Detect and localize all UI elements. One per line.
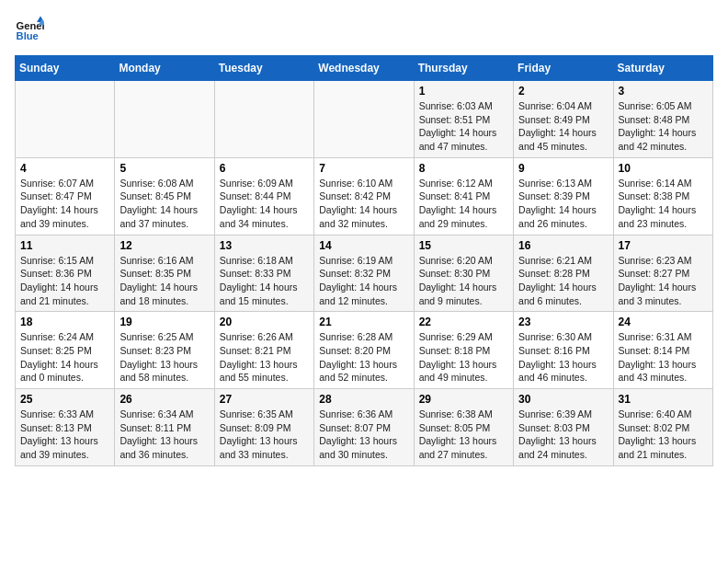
day-info-22: Sunrise: 6:29 AM Sunset: 8:18 PM Dayligh…	[419, 330, 508, 385]
day-info-11: Sunrise: 6:15 AM Sunset: 8:36 PM Dayligh…	[20, 254, 109, 308]
day-cell-16: 16Sunrise: 6:21 AM Sunset: 8:28 PM Dayli…	[514, 235, 613, 312]
day-info-14: Sunrise: 6:19 AM Sunset: 8:32 PM Dayligh…	[319, 254, 408, 308]
day-number-1: 1	[419, 85, 508, 98]
week-row-2: 4Sunrise: 6:07 AM Sunset: 8:47 PM Daylig…	[16, 157, 713, 235]
calendar-body: 1Sunrise: 6:03 AM Sunset: 8:51 PM Daylig…	[16, 81, 713, 466]
day-info-7: Sunrise: 6:10 AM Sunset: 8:42 PM Dayligh…	[319, 177, 408, 231]
day-info-28: Sunrise: 6:36 AM Sunset: 8:07 PM Dayligh…	[319, 408, 408, 462]
day-number-29: 29	[419, 393, 508, 406]
day-cell-29: 29Sunrise: 6:38 AM Sunset: 8:05 PM Dayli…	[414, 389, 513, 466]
day-number-13: 13	[220, 239, 309, 252]
day-cell-10: 10Sunrise: 6:14 AM Sunset: 8:38 PM Dayli…	[613, 157, 712, 235]
day-cell-9: 9Sunrise: 6:13 AM Sunset: 8:39 PM Daylig…	[514, 157, 613, 235]
day-cell-8: 8Sunrise: 6:12 AM Sunset: 8:41 PM Daylig…	[414, 157, 513, 235]
day-number-16: 16	[518, 239, 608, 252]
day-cell-2: 2Sunrise: 6:04 AM Sunset: 8:49 PM Daylig…	[514, 81, 613, 158]
day-cell-15: 15Sunrise: 6:20 AM Sunset: 8:30 PM Dayli…	[414, 235, 513, 312]
week-row-4: 18Sunrise: 6:24 AM Sunset: 8:25 PM Dayli…	[16, 312, 713, 389]
day-info-18: Sunrise: 6:24 AM Sunset: 8:25 PM Dayligh…	[20, 330, 109, 385]
day-info-15: Sunrise: 6:20 AM Sunset: 8:30 PM Dayligh…	[419, 254, 508, 308]
day-cell-20: 20Sunrise: 6:26 AM Sunset: 8:21 PM Dayli…	[214, 312, 313, 389]
day-number-23: 23	[518, 316, 608, 328]
day-number-12: 12	[119, 239, 209, 252]
day-number-28: 28	[319, 393, 408, 406]
day-info-21: Sunrise: 6:28 AM Sunset: 8:20 PM Dayligh…	[319, 330, 408, 385]
day-number-31: 31	[619, 393, 708, 406]
day-info-29: Sunrise: 6:38 AM Sunset: 8:05 PM Dayligh…	[419, 408, 508, 462]
day-cell-6: 6Sunrise: 6:09 AM Sunset: 8:44 PM Daylig…	[214, 157, 313, 235]
day-number-20: 20	[220, 316, 309, 328]
logo: General Blue	[15, 15, 48, 44]
page-header: General Blue	[15, 15, 713, 44]
day-cell-12: 12Sunrise: 6:16 AM Sunset: 8:35 PM Dayli…	[115, 235, 214, 312]
empty-cell	[16, 81, 115, 158]
day-cell-3: 3Sunrise: 6:05 AM Sunset: 8:48 PM Daylig…	[613, 81, 712, 158]
day-number-26: 26	[119, 393, 209, 406]
day-number-2: 2	[518, 85, 608, 98]
day-number-15: 15	[419, 239, 508, 252]
day-number-21: 21	[319, 316, 408, 328]
day-number-7: 7	[319, 162, 408, 175]
day-info-12: Sunrise: 6:16 AM Sunset: 8:35 PM Dayligh…	[119, 254, 209, 308]
empty-cell	[115, 81, 214, 158]
day-info-19: Sunrise: 6:25 AM Sunset: 8:23 PM Dayligh…	[119, 330, 209, 385]
day-info-8: Sunrise: 6:12 AM Sunset: 8:41 PM Dayligh…	[419, 177, 508, 231]
week-row-1: 1Sunrise: 6:03 AM Sunset: 8:51 PM Daylig…	[16, 81, 713, 158]
day-info-20: Sunrise: 6:26 AM Sunset: 8:21 PM Dayligh…	[220, 330, 309, 385]
day-number-27: 27	[220, 393, 309, 406]
day-cell-17: 17Sunrise: 6:23 AM Sunset: 8:27 PM Dayli…	[613, 235, 712, 312]
day-cell-19: 19Sunrise: 6:25 AM Sunset: 8:23 PM Dayli…	[115, 312, 214, 389]
day-cell-11: 11Sunrise: 6:15 AM Sunset: 8:36 PM Dayli…	[16, 235, 115, 312]
day-cell-24: 24Sunrise: 6:31 AM Sunset: 8:14 PM Dayli…	[613, 312, 712, 389]
weekday-header-sunday: Sunday	[16, 56, 115, 81]
day-info-13: Sunrise: 6:18 AM Sunset: 8:33 PM Dayligh…	[220, 254, 309, 308]
day-info-1: Sunrise: 6:03 AM Sunset: 8:51 PM Dayligh…	[419, 99, 508, 154]
day-info-23: Sunrise: 6:30 AM Sunset: 8:16 PM Dayligh…	[518, 330, 608, 385]
empty-cell	[214, 81, 313, 158]
empty-cell	[314, 81, 414, 158]
weekday-header-saturday: Saturday	[613, 56, 712, 81]
svg-text:Blue: Blue	[17, 30, 39, 41]
day-number-3: 3	[619, 85, 708, 98]
week-row-3: 11Sunrise: 6:15 AM Sunset: 8:36 PM Dayli…	[16, 235, 713, 312]
day-number-9: 9	[518, 162, 608, 175]
day-info-5: Sunrise: 6:08 AM Sunset: 8:45 PM Dayligh…	[119, 177, 209, 231]
day-cell-30: 30Sunrise: 6:39 AM Sunset: 8:03 PM Dayli…	[514, 389, 613, 466]
day-info-4: Sunrise: 6:07 AM Sunset: 8:47 PM Dayligh…	[20, 177, 109, 231]
day-info-17: Sunrise: 6:23 AM Sunset: 8:27 PM Dayligh…	[619, 254, 708, 308]
day-number-6: 6	[220, 162, 309, 175]
day-cell-31: 31Sunrise: 6:40 AM Sunset: 8:02 PM Dayli…	[613, 389, 712, 466]
day-number-11: 11	[20, 239, 109, 252]
weekday-header-thursday: Thursday	[414, 56, 513, 81]
day-number-30: 30	[518, 393, 608, 406]
day-number-4: 4	[20, 162, 109, 175]
day-cell-13: 13Sunrise: 6:18 AM Sunset: 8:33 PM Dayli…	[214, 235, 313, 312]
day-number-22: 22	[419, 316, 508, 328]
day-info-6: Sunrise: 6:09 AM Sunset: 8:44 PM Dayligh…	[220, 177, 309, 231]
calendar-table: SundayMondayTuesdayWednesdayThursdayFrid…	[15, 55, 713, 466]
logo-icon: General Blue	[15, 15, 44, 44]
day-cell-27: 27Sunrise: 6:35 AM Sunset: 8:09 PM Dayli…	[214, 389, 313, 466]
day-cell-21: 21Sunrise: 6:28 AM Sunset: 8:20 PM Dayli…	[314, 312, 414, 389]
day-cell-23: 23Sunrise: 6:30 AM Sunset: 8:16 PM Dayli…	[514, 312, 613, 389]
day-info-9: Sunrise: 6:13 AM Sunset: 8:39 PM Dayligh…	[518, 177, 608, 231]
day-cell-28: 28Sunrise: 6:36 AM Sunset: 8:07 PM Dayli…	[314, 389, 414, 466]
day-cell-26: 26Sunrise: 6:34 AM Sunset: 8:11 PM Dayli…	[115, 389, 214, 466]
day-info-3: Sunrise: 6:05 AM Sunset: 8:48 PM Dayligh…	[619, 99, 708, 154]
day-number-5: 5	[119, 162, 209, 175]
day-cell-1: 1Sunrise: 6:03 AM Sunset: 8:51 PM Daylig…	[414, 81, 513, 158]
day-info-10: Sunrise: 6:14 AM Sunset: 8:38 PM Dayligh…	[619, 177, 708, 231]
day-number-10: 10	[619, 162, 708, 175]
day-cell-5: 5Sunrise: 6:08 AM Sunset: 8:45 PM Daylig…	[115, 157, 214, 235]
day-info-26: Sunrise: 6:34 AM Sunset: 8:11 PM Dayligh…	[119, 408, 209, 462]
day-number-8: 8	[419, 162, 508, 175]
day-info-2: Sunrise: 6:04 AM Sunset: 8:49 PM Dayligh…	[518, 99, 608, 154]
weekday-header-wednesday: Wednesday	[314, 56, 414, 81]
weekday-header-tuesday: Tuesday	[214, 56, 313, 81]
day-number-18: 18	[20, 316, 109, 328]
day-info-30: Sunrise: 6:39 AM Sunset: 8:03 PM Dayligh…	[518, 408, 608, 462]
day-number-17: 17	[619, 239, 708, 252]
day-info-27: Sunrise: 6:35 AM Sunset: 8:09 PM Dayligh…	[220, 408, 309, 462]
weekday-header-friday: Friday	[514, 56, 613, 81]
day-info-16: Sunrise: 6:21 AM Sunset: 8:28 PM Dayligh…	[518, 254, 608, 308]
